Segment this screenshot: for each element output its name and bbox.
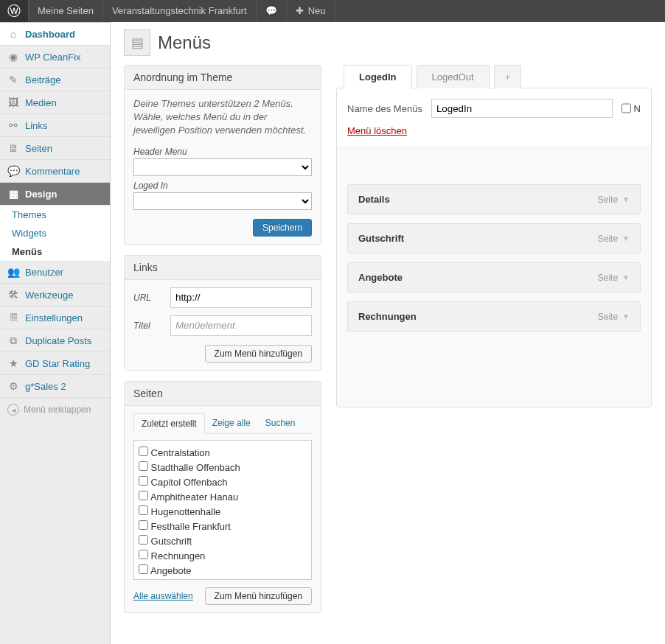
sidebar-item-tools[interactable]: 🛠Werkzeuge bbox=[0, 284, 110, 307]
location-loggedin-select[interactable] bbox=[133, 192, 312, 210]
sidebar-item-posts[interactable]: ✎Beiträge bbox=[0, 69, 110, 91]
submenu-menus[interactable]: Menüs bbox=[0, 242, 110, 261]
page-check-item[interactable]: Festhalle Frankfurt bbox=[139, 519, 307, 533]
gear-icon: ⚙ bbox=[7, 380, 19, 392]
menu-tab[interactable]: LogedIn bbox=[344, 65, 412, 88]
page-checkbox[interactable] bbox=[139, 491, 148, 500]
page-title: Menüs bbox=[158, 32, 211, 53]
sidebar-label: g*Sales 2 bbox=[25, 381, 66, 392]
page-check-item[interactable]: Capitol Offenbach bbox=[139, 475, 307, 489]
menu-name-input[interactable] bbox=[431, 99, 613, 118]
menu-item-title: Gutschrift bbox=[358, 233, 404, 244]
page-checkbox[interactable] bbox=[139, 550, 148, 559]
sidebar-item-comments[interactable]: 💬Kommentare bbox=[0, 160, 110, 183]
page-checkbox[interactable] bbox=[139, 447, 148, 456]
location-header-select[interactable] bbox=[133, 158, 312, 176]
page-checkbox[interactable] bbox=[139, 535, 148, 545]
title-label: Titel bbox=[133, 321, 163, 331]
sidebar-item-pages[interactable]: 🗎Seiten bbox=[0, 137, 110, 160]
menu-tab[interactable]: LogedOut bbox=[417, 65, 490, 88]
page-checkbox[interactable] bbox=[139, 476, 148, 486]
page-check-item[interactable]: Centralstation bbox=[139, 445, 307, 460]
comments-bubble-icon[interactable]: 💬 bbox=[257, 0, 287, 22]
page-checkbox[interactable] bbox=[139, 520, 148, 530]
page-checkbox[interactable] bbox=[139, 505, 148, 515]
site-name-link[interactable]: Veranstaltungstechnik Frankfurt bbox=[103, 0, 257, 22]
admin-sidebar: ⌂Dashboard ◉WP CleanFix ✎Beiträge 🖼Medie… bbox=[0, 22, 111, 644]
tab-recent[interactable]: Zuletzt erstellt bbox=[133, 413, 205, 434]
menu-item-title: Rechnungen bbox=[358, 311, 417, 322]
sidebar-label: Seiten bbox=[25, 143, 52, 154]
star-icon: ★ bbox=[7, 357, 19, 369]
sidebar-item-design[interactable]: ▦Design bbox=[0, 183, 110, 206]
menu-item-title: Details bbox=[358, 194, 390, 205]
title-input[interactable] bbox=[170, 315, 312, 336]
wp-logo-icon[interactable]: ⓦ bbox=[0, 0, 29, 22]
sidebar-label: WP CleanFix bbox=[25, 52, 81, 63]
sidebar-item-users[interactable]: 👥Benutzer bbox=[0, 261, 110, 284]
pages-heading: Seiten bbox=[125, 382, 321, 406]
new-content-link[interactable]: ✚Neu bbox=[287, 0, 335, 22]
collapse-menu[interactable]: ◂Menü einklappen bbox=[0, 398, 110, 421]
tools-icon: 🛠 bbox=[7, 289, 19, 301]
menu-item-bar[interactable]: RechnungenSeite ▼ bbox=[347, 301, 641, 332]
sidebar-item-cleanfix[interactable]: ◉WP CleanFix bbox=[0, 46, 110, 69]
menu-item-bar[interactable]: DetailsSeite ▼ bbox=[347, 184, 641, 214]
tab-search[interactable]: Suchen bbox=[258, 413, 303, 433]
location-loggedin-label: Loged In bbox=[133, 181, 312, 191]
page-check-item[interactable]: Stadthalle Offenbach bbox=[139, 460, 307, 475]
menu-checkbox[interactable] bbox=[622, 99, 631, 118]
delete-menu-link[interactable]: Menü löschen bbox=[337, 125, 417, 147]
sidebar-label: GD Star Rating bbox=[25, 358, 90, 369]
sliders-icon: 𝄜 bbox=[7, 312, 19, 323]
page-check-item[interactable]: Gutschrift bbox=[139, 533, 307, 548]
sidebar-label: Duplicate Posts bbox=[25, 335, 91, 346]
page-header: ▤ Menüs bbox=[124, 29, 652, 56]
sidebar-submenu-design: Themes Widgets Menüs bbox=[0, 206, 110, 261]
add-menu-tab[interactable]: + bbox=[494, 65, 522, 88]
sidebar-item-links[interactable]: ⚯Links bbox=[0, 114, 110, 137]
plus-icon: ✚ bbox=[296, 0, 304, 22]
pages-tabs: Zuletzt erstellt Zeige alle Suchen bbox=[133, 413, 312, 434]
chevron-down-icon: ▼ bbox=[622, 312, 630, 321]
pages-checklist[interactable]: Centralstation Stadthalle Offenbach Capi… bbox=[133, 440, 312, 580]
page-check-item[interactable]: Angebote bbox=[139, 563, 307, 578]
add-link-button[interactable]: Zum Menü hinzufügen bbox=[205, 345, 312, 363]
submenu-themes[interactable]: Themes bbox=[0, 206, 110, 224]
url-input[interactable] bbox=[170, 287, 312, 308]
page-checkbox[interactable] bbox=[139, 564, 148, 574]
tab-all[interactable]: Zeige alle bbox=[205, 413, 258, 433]
links-box: Links URL Titel Zum Menü hinzufügen bbox=[124, 255, 321, 371]
sidebar-label: Benutzer bbox=[25, 267, 63, 278]
page-check-item[interactable]: Amphitheater Hanau bbox=[139, 489, 307, 504]
home-icon: ⌂ bbox=[7, 28, 19, 40]
sidebar-label: Kommentare bbox=[25, 166, 80, 177]
select-all-link[interactable]: Alle auswählen bbox=[133, 591, 193, 601]
sidebar-item-gsales[interactable]: ⚙g*Sales 2 bbox=[0, 375, 110, 398]
sidebar-item-duplicate-posts[interactable]: ⧉Duplicate Posts bbox=[0, 329, 110, 352]
save-locations-button[interactable]: Speichern bbox=[253, 219, 312, 237]
duplicate-icon: ⧉ bbox=[7, 335, 19, 346]
add-pages-button[interactable]: Zum Menü hinzufügen bbox=[205, 587, 312, 605]
sidebar-label: Werkzeuge bbox=[25, 290, 74, 301]
sidebar-item-gdstar[interactable]: ★GD Star Rating bbox=[0, 352, 110, 375]
menu-item-type: Seite ▼ bbox=[598, 195, 630, 205]
menu-items-list: DetailsSeite ▼GutschriftSeite ▼AngeboteS… bbox=[337, 147, 651, 407]
users-icon: 👥 bbox=[7, 266, 19, 278]
page-check-item[interactable]: Hugenottenhalle bbox=[139, 504, 307, 519]
location-header-label: Header Menu bbox=[133, 147, 312, 157]
theme-locations-desc: Deine Themes unterstützen 2 Menüs. Wähle… bbox=[133, 97, 312, 138]
sidebar-item-dashboard[interactable]: ⌂Dashboard bbox=[0, 22, 110, 46]
sidebar-item-settings[interactable]: 𝄜Einstellungen bbox=[0, 307, 110, 329]
submenu-widgets[interactable]: Widgets bbox=[0, 224, 110, 242]
comment-icon: 💬 bbox=[7, 165, 19, 177]
menus-icon: ▤ bbox=[124, 29, 150, 56]
page-checkbox[interactable] bbox=[139, 461, 148, 471]
menu-item-bar[interactable]: GutschriftSeite ▼ bbox=[347, 223, 641, 253]
sidebar-item-media[interactable]: 🖼Medien bbox=[0, 91, 110, 114]
menu-checkbox-label: N bbox=[634, 103, 641, 114]
my-sites-link[interactable]: Meine Seiten bbox=[29, 0, 103, 22]
menu-item-title: Angebote bbox=[358, 272, 403, 283]
menu-item-bar[interactable]: AngeboteSeite ▼ bbox=[347, 262, 641, 293]
page-check-item[interactable]: Rechnungen bbox=[139, 548, 307, 563]
